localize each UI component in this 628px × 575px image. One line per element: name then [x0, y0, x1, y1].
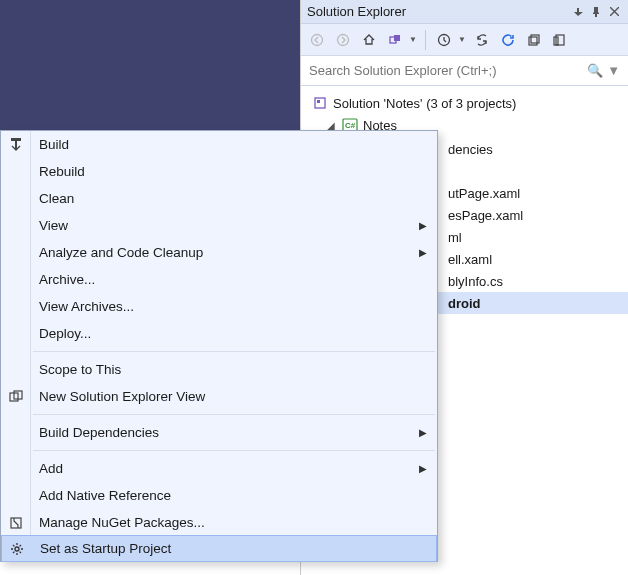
tree-label: esPage.xaml [448, 208, 523, 223]
submenu-arrow-icon: ▶ [419, 463, 427, 474]
tree-item[interactable]: ml [438, 226, 628, 248]
menu-add[interactable]: Add▶ [1, 455, 437, 482]
pin-icon[interactable] [588, 4, 604, 20]
menu-new-view[interactable]: New Solution Explorer View [1, 383, 437, 410]
menu-label: Archive... [39, 272, 95, 287]
svg-point-1 [338, 34, 349, 45]
svg-rect-6 [531, 35, 539, 43]
tree-label: droid [448, 296, 481, 311]
switch-views-icon[interactable] [385, 30, 405, 50]
menu-analyze[interactable]: Analyze and Code Cleanup▶ [1, 239, 437, 266]
show-all-icon[interactable] [550, 30, 570, 50]
menu-label: New Solution Explorer View [39, 389, 205, 404]
panel-titlebar: Solution Explorer [301, 0, 628, 24]
tree-item[interactable]: utPage.xaml [438, 182, 628, 204]
menu-label: Build Dependencies [39, 425, 159, 440]
search-box[interactable]: 🔍 ▼ [301, 56, 628, 86]
tree-label: ml [448, 230, 462, 245]
menu-label: Clean [39, 191, 74, 206]
panel-toolbar: ▼ ▼ [301, 24, 628, 56]
menu-label: Rebuild [39, 164, 85, 179]
dropdown-icon[interactable]: ▼ [458, 35, 466, 44]
solution-node[interactable]: Solution 'Notes' (3 of 3 projects) [301, 92, 628, 114]
window-position-icon[interactable] [570, 4, 586, 20]
menu-rebuild[interactable]: Rebuild [1, 158, 437, 185]
svg-rect-14 [11, 138, 21, 141]
tree-item[interactable]: ell.xaml [438, 248, 628, 270]
menu-separator [33, 414, 435, 415]
menu-label: Scope to This [39, 362, 121, 377]
refresh-icon[interactable] [498, 30, 518, 50]
menu-build[interactable]: Build [1, 131, 437, 158]
tree-item[interactable]: blyInfo.cs [438, 270, 628, 292]
expander-icon[interactable]: ◢ [327, 120, 341, 131]
context-menu: Build Rebuild Clean View▶ Analyze and Co… [0, 130, 438, 562]
solution-icon [311, 96, 329, 110]
menu-separator [33, 450, 435, 451]
menu-deploy[interactable]: Deploy... [1, 320, 437, 347]
close-icon[interactable] [606, 4, 622, 20]
menu-label: Deploy... [39, 326, 91, 341]
tree-label: utPage.xaml [448, 186, 520, 201]
svg-rect-10 [317, 100, 320, 103]
tree-label: blyInfo.cs [448, 274, 503, 289]
back-icon[interactable] [307, 30, 327, 50]
menu-clean[interactable]: Clean [1, 185, 437, 212]
submenu-arrow-icon: ▶ [419, 220, 427, 231]
menu-view[interactable]: View▶ [1, 212, 437, 239]
tree-label: dencies [448, 142, 493, 157]
build-icon [7, 138, 25, 152]
svg-point-0 [312, 34, 323, 45]
menu-separator [33, 351, 435, 352]
menu-label: View [39, 218, 68, 233]
new-view-icon [7, 390, 25, 404]
menu-label: Add Native Reference [39, 488, 171, 503]
forward-icon[interactable] [333, 30, 353, 50]
tree-partial: dencies utPage.xaml esPage.xaml ml ell.x… [438, 138, 628, 314]
menu-label: View Archives... [39, 299, 134, 314]
search-input[interactable] [309, 63, 587, 78]
home-icon[interactable] [359, 30, 379, 50]
tree-item-selected[interactable]: droid [438, 292, 628, 314]
nuget-icon [7, 516, 25, 530]
svg-text:C#: C# [345, 121, 356, 130]
pending-changes-icon[interactable] [434, 30, 454, 50]
menu-build-deps[interactable]: Build Dependencies▶ [1, 419, 437, 446]
search-icon[interactable]: 🔍 [587, 63, 603, 78]
menu-label: Analyze and Code Cleanup [39, 245, 203, 260]
sync-icon[interactable] [472, 30, 492, 50]
menu-set-startup[interactable]: Set as Startup Project [1, 535, 437, 562]
menu-label: Build [39, 137, 69, 152]
panel-title: Solution Explorer [307, 4, 568, 19]
tree-label: ell.xaml [448, 252, 492, 267]
submenu-arrow-icon: ▶ [419, 247, 427, 258]
dropdown-icon[interactable]: ▼ [409, 35, 417, 44]
menu-label: Add [39, 461, 63, 476]
toolbar-separator [425, 30, 426, 50]
svg-rect-5 [529, 37, 537, 45]
menu-scope[interactable]: Scope to This [1, 356, 437, 383]
menu-label: Manage NuGet Packages... [39, 515, 205, 530]
collapse-all-icon[interactable] [524, 30, 544, 50]
gear-icon [8, 542, 26, 556]
solution-label: Solution 'Notes' (3 of 3 projects) [333, 96, 516, 111]
tree-item[interactable]: dencies [438, 138, 628, 160]
menu-view-archives[interactable]: View Archives... [1, 293, 437, 320]
menu-nuget[interactable]: Manage NuGet Packages... [1, 509, 437, 536]
tree-item[interactable]: esPage.xaml [438, 204, 628, 226]
dropdown-icon[interactable]: ▼ [607, 63, 620, 78]
submenu-arrow-icon: ▶ [419, 427, 427, 438]
menu-add-native[interactable]: Add Native Reference [1, 482, 437, 509]
svg-point-18 [15, 547, 19, 551]
svg-rect-3 [394, 35, 400, 41]
menu-archive[interactable]: Archive... [1, 266, 437, 293]
editor-background [0, 0, 300, 130]
menu-label: Set as Startup Project [40, 541, 171, 556]
